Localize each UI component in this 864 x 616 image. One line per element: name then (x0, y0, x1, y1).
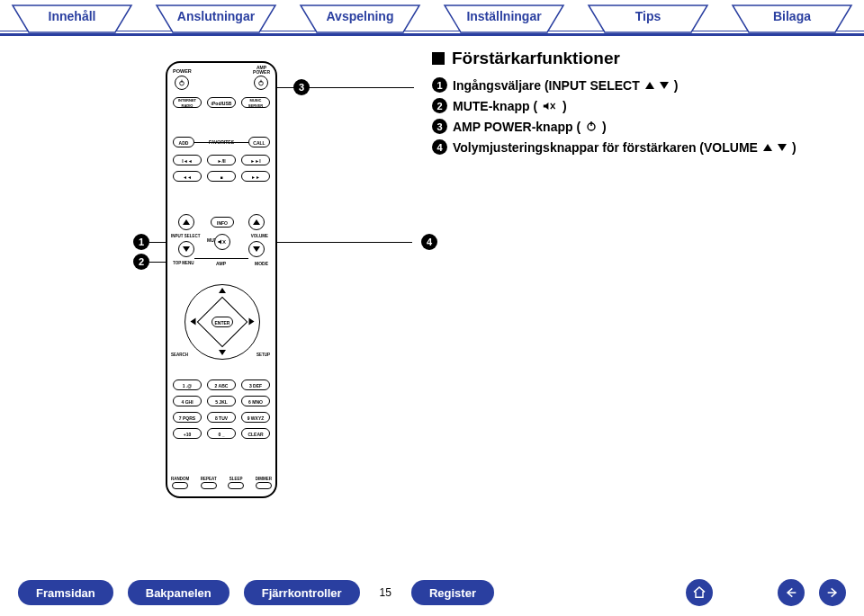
dpad-left[interactable] (191, 318, 197, 326)
tab-tips[interactable]: Tips (585, 4, 711, 34)
nav-bakpanelen[interactable]: Bakpanelen (128, 580, 230, 605)
callout-badge-2: 2 (133, 254, 149, 270)
internet-radio-button[interactable]: INTERNETRADIO (173, 97, 202, 108)
remote-figure: 1 2 4 POWER AMPPOWER INTERNETRADIO iPod/… (153, 61, 288, 502)
input-select-up[interactable] (178, 214, 194, 230)
tab-anslutningar[interactable]: Anslutningar (153, 4, 279, 34)
top-tab-bar: Innehåll Anslutningar Avspelning Inställ… (0, 4, 864, 40)
desc-item-4: 4 Volymjusteringsknappar för förstärkare… (432, 139, 837, 155)
info-button[interactable]: INFO (211, 217, 234, 228)
enter-button[interactable]: ENTER (212, 317, 233, 327)
label-mode: MODE (255, 261, 268, 266)
dimmer-button[interactable]: DIMMER (256, 477, 272, 489)
key-8[interactable]: 8 TUV (207, 412, 236, 423)
key-2[interactable]: 2 ABC (207, 379, 236, 390)
repeat-button[interactable]: REPEAT (201, 477, 217, 489)
dpad-right[interactable] (248, 318, 255, 326)
sleep-button[interactable]: SLEEP (228, 477, 244, 489)
badge-2: 2 (432, 98, 447, 113)
label-volume: VOLUME (251, 234, 268, 238)
key-0[interactable]: 0 _ (207, 428, 236, 439)
amp-functions-block: Förstärkarfunktioner 1 Ingångsväljare (I… (432, 49, 837, 160)
amp-power-button[interactable] (254, 76, 268, 90)
label-search: SEARCH (171, 353, 188, 357)
key-6[interactable]: 6 MNO (241, 396, 270, 406)
next-track-button[interactable]: ►►I (241, 155, 270, 165)
triangle-down-icon (778, 144, 787, 151)
desc-item-1: 1 Ingångsväljare (INPUT SELECT ) (432, 77, 837, 93)
badge-3: 3 (432, 119, 447, 134)
nav-fjarrkontroller[interactable]: Fjärrkontroller (244, 580, 360, 605)
play-pause-button[interactable]: ►/II (207, 155, 236, 165)
ipod-usb-button[interactable]: iPod/USB (207, 97, 236, 108)
callout-badge-3: 3 (293, 79, 310, 95)
key-7[interactable]: 7 PQRS (173, 412, 202, 423)
mute-button[interactable] (214, 234, 230, 250)
callout-badge-1: 1 (133, 234, 149, 250)
desc-item-2: 2 MUTE-knapp ( ) (432, 98, 837, 113)
badge-4: 4 (432, 139, 447, 155)
tab-innehall[interactable]: Innehåll (9, 4, 135, 34)
prev-track-button[interactable]: I◄◄ (173, 155, 202, 165)
add-button[interactable]: ADD (173, 137, 194, 147)
volume-up[interactable] (248, 214, 265, 230)
nav-register[interactable]: Register (411, 580, 494, 605)
dpad-down[interactable] (219, 350, 226, 356)
key-9[interactable]: 9 WXYZ (241, 412, 270, 423)
label-amp-power: AMPPOWER (253, 66, 270, 75)
tab-installningar[interactable]: Inställningar (441, 4, 567, 34)
volume-down[interactable] (248, 241, 265, 257)
label-amp: AMP (216, 261, 226, 266)
triangle-up-icon (645, 82, 654, 89)
label-setup: SETUP (256, 353, 270, 357)
desc-item-3: 3 AMP POWER-knapp ( ) (432, 119, 837, 134)
badge-1: 1 (432, 77, 447, 93)
triangle-down-icon (660, 82, 669, 89)
rewind-button[interactable]: ◄◄ (173, 171, 202, 182)
call-button[interactable]: CALL (248, 137, 270, 147)
prev-page-button[interactable] (778, 579, 805, 606)
ffwd-button[interactable]: ►► (241, 171, 270, 182)
bottom-nav-bar: Framsidan Bakpanelen Fjärrkontroller 15 … (0, 569, 864, 616)
key-1[interactable]: 1 .@ (173, 379, 202, 390)
section-heading: Förstärkarfunktioner (432, 49, 837, 68)
random-button[interactable]: RANDOM (171, 477, 189, 489)
callout-badge-4: 4 (421, 234, 437, 250)
triangle-up-icon (763, 144, 772, 151)
nav-framsidan[interactable]: Framsidan (18, 580, 113, 605)
input-select-down[interactable] (178, 241, 194, 257)
label-input-select: INPUT SELECT (171, 234, 201, 238)
home-button[interactable] (686, 579, 713, 606)
power-icon (586, 120, 597, 134)
square-bullet-icon (432, 52, 445, 65)
mute-icon (543, 101, 557, 112)
dpad-up[interactable] (219, 288, 226, 294)
next-page-button[interactable] (819, 579, 846, 606)
music-server-button[interactable]: MUSICSERVER (241, 97, 270, 108)
key-clear[interactable]: CLEAR (241, 428, 270, 439)
key-5[interactable]: 5 JKL (207, 396, 236, 406)
stop-button[interactable]: ■ (207, 171, 236, 182)
label-power: POWER (173, 68, 192, 74)
tab-bilaga[interactable]: Bilaga (729, 4, 855, 34)
key-4[interactable]: 4 GHI (173, 396, 202, 406)
power-button[interactable] (175, 76, 189, 90)
label-top-menu: TOP MENU (173, 261, 194, 265)
key-plus10[interactable]: +10 (173, 428, 202, 439)
page-number: 15 (380, 586, 392, 599)
key-3[interactable]: 3 DEF (241, 379, 270, 390)
tab-avspelning[interactable]: Avspelning (297, 4, 423, 34)
